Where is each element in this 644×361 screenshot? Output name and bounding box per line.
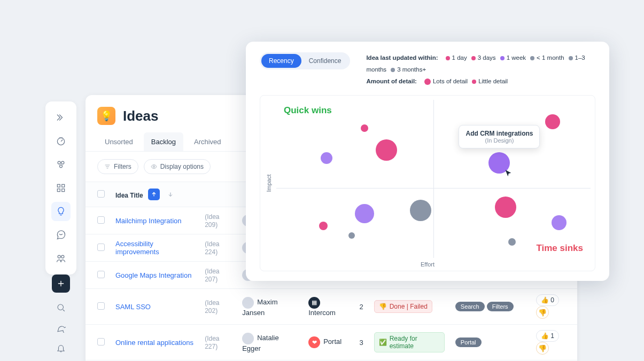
chart-tooltip: Add CRM integrations(In Design) [459, 125, 540, 148]
feedback-icon[interactable] [51, 225, 71, 245]
tag[interactable]: Portal [455, 338, 482, 347]
avatar [242, 297, 254, 309]
legend-item: Little detail [478, 78, 508, 84]
svg-point-1 [58, 161, 60, 164]
filters-label: Filters [114, 163, 131, 170]
row-checkbox[interactable] [97, 338, 105, 346]
dashboard-icon[interactable] [51, 131, 71, 151]
chat-icon[interactable] [56, 323, 66, 333]
svg-point-8 [58, 255, 60, 258]
horizontal-divider [276, 188, 591, 189]
legend-item: Lots of detail [433, 78, 468, 84]
sidebar [45, 101, 76, 274]
legend-item: 1 week [507, 54, 526, 61]
downvote-button[interactable]: 👎 [536, 342, 549, 355]
status-badge: 👎Done | Failed [374, 300, 432, 313]
legend-dot [472, 80, 476, 84]
source-icon: ▦ [308, 297, 320, 309]
idea-title-link[interactable]: Accessibility improvements [115, 240, 159, 256]
idea-title-link[interactable]: Online rental applications [115, 339, 193, 347]
chart-bubble[interactable] [495, 197, 516, 218]
legend-item: 1 day [452, 54, 467, 61]
grid-icon[interactable] [51, 178, 71, 198]
tags-cell: SearchFilters [450, 289, 531, 325]
chart-bubble[interactable] [545, 114, 560, 129]
search-icon[interactable] [56, 302, 66, 313]
row-checkbox[interactable] [97, 271, 105, 278]
legend-recency-label: Idea last updated within: [366, 54, 438, 61]
x-axis-label: Effort [260, 261, 595, 268]
toggle-confidence[interactable]: Confidence [301, 54, 349, 68]
svg-rect-4 [57, 184, 60, 187]
chart-area: Impact Quick wins Time sinks Add CRM int… [260, 95, 595, 271]
toggle-recency[interactable]: Recency [261, 54, 301, 68]
filters-button[interactable]: Filters [97, 159, 138, 174]
upvote-button[interactable]: 👍 1 [536, 330, 559, 342]
idea-count: 3 [354, 325, 368, 360]
vertical-divider [433, 100, 434, 258]
downvote-button[interactable]: 👎 [536, 306, 549, 319]
idea-title-link[interactable]: SAML SSO [115, 303, 151, 311]
legend-dot [391, 68, 395, 72]
cursor-icon [504, 169, 513, 178]
priority-chart-panel: Recency Confidence Idea last updated wit… [246, 42, 609, 281]
col-title-label: Idea Title [115, 192, 143, 199]
chart-bubble[interactable] [508, 238, 516, 246]
idea-count: 2 [354, 289, 368, 325]
svg-point-2 [61, 161, 64, 164]
display-label: Display options [160, 163, 204, 170]
chart-bubble[interactable] [410, 200, 431, 221]
quadrant-quick-wins: Quick wins [284, 105, 332, 116]
sort-asc-button[interactable] [148, 189, 160, 200]
ideas-logo-icon: 💡 [97, 107, 115, 125]
col-title[interactable]: Idea Title [110, 182, 199, 207]
quadrant-time-sinks: Time sinks [536, 243, 583, 254]
row-checkbox[interactable] [97, 302, 105, 310]
legend-detail-label: Amount of detail: [366, 78, 417, 84]
legend-item: < 1 month [537, 54, 564, 61]
svg-point-11 [153, 166, 154, 168]
display-options-button[interactable]: Display options [144, 159, 211, 174]
row-checkbox[interactable] [97, 216, 105, 224]
chart-bubble[interactable] [552, 215, 567, 230]
idea-title-link[interactable]: Mailchimp Integration [115, 217, 182, 225]
svg-rect-7 [62, 189, 65, 192]
ideas-icon[interactable] [51, 202, 71, 221]
tab-backlog[interactable]: Backlog [144, 132, 183, 151]
table-row: Online rental applications(Idea 227)Nata… [86, 325, 577, 360]
bell-icon[interactable] [56, 343, 66, 354]
idea-id: (Idea 224) [205, 240, 219, 256]
legend-dot [500, 56, 505, 60]
modules-icon[interactable] [51, 155, 71, 174]
source-name: Intercom [308, 309, 336, 317]
chart-bubble[interactable] [376, 139, 397, 161]
chart-bubble[interactable] [319, 222, 328, 230]
chart-bubble[interactable] [361, 124, 368, 132]
chart-bubble[interactable] [348, 232, 355, 239]
tag[interactable]: Search [455, 302, 485, 311]
source-name: Portal [323, 338, 342, 346]
chart-mode-toggle: Recency Confidence [260, 52, 350, 69]
chart-bubble[interactable] [355, 204, 374, 223]
chart-bubble[interactable] [321, 152, 332, 164]
row-checkbox[interactable] [97, 244, 105, 251]
sidebar-bottom [51, 267, 71, 361]
legend-dot [424, 79, 431, 85]
svg-rect-6 [57, 189, 60, 192]
legend-dot [569, 56, 573, 60]
collapse-icon[interactable] [51, 108, 71, 127]
tab-unsorted[interactable]: Unsorted [97, 132, 141, 151]
tag[interactable]: Filters [487, 302, 514, 311]
avatar [242, 333, 254, 344]
idea-id: (Idea 207) [205, 268, 219, 283]
add-button[interactable] [52, 274, 70, 293]
tags-cell: Portal [450, 325, 531, 360]
sort-desc-button[interactable] [165, 189, 176, 200]
select-all-checkbox[interactable] [97, 190, 105, 198]
legend-dot [471, 56, 476, 60]
team-icon[interactable] [51, 249, 71, 268]
tab-archived[interactable]: Archived [187, 132, 229, 151]
upvote-button[interactable]: 👍 0 [536, 294, 559, 306]
chart-plot[interactable]: Quick wins Time sinks Add CRM integratio… [276, 100, 591, 258]
idea-title-link[interactable]: Google Maps Integration [115, 271, 191, 279]
